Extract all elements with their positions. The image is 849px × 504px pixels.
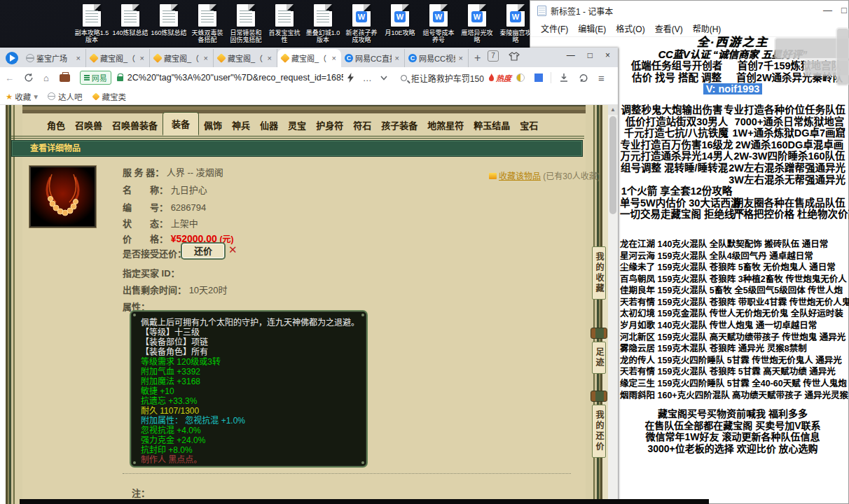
category-tab-item[interactable]: 地煞星符 <box>422 115 469 134</box>
menu-icon[interactable]: ≡ <box>598 72 605 84</box>
bookmark-favorites[interactable]: ★ 收藏 ▾ <box>0 91 38 102</box>
desktop-icon[interactable]: W雁塔异光攻 略 <box>458 3 496 43</box>
notepad-menu-item[interactable]: 格式(O) <box>611 22 649 34</box>
points-icon[interactable] <box>516 74 525 82</box>
chevron-down-icon[interactable] <box>380 76 387 80</box>
desktop-icon[interactable]: 天蛛双毒装 备搭配 <box>188 3 226 43</box>
desktop-icon[interactable]: W秦陵幽宫攻 略 <box>497 3 534 43</box>
desktop-icon[interactable]: 日常锤装和 固伤鬼搭配 <box>227 3 265 43</box>
notepad-maximize-button[interactable]: □ <box>841 5 847 15</box>
extension-badge[interactable]: 7 <box>488 50 532 62</box>
url-text[interactable]: 2C%20"tag"%3A%20"user"%7D&reco_request_i… <box>127 73 343 83</box>
refresh-icon[interactable] <box>24 73 34 83</box>
desktop-icon[interactable]: 首发宝宝抗 性 <box>265 3 303 43</box>
briefcase-icon[interactable] <box>60 74 70 82</box>
theme-shirt-icon[interactable] <box>509 52 520 61</box>
category-tab-item[interactable]: 护身符 <box>311 115 348 134</box>
tab-close-icon[interactable]: × <box>75 54 82 62</box>
notepad-menu-item[interactable]: 文件(F) <box>536 22 573 34</box>
notepad-text[interactable]: 全·西游之主CC蓝V认证 “诚信商家 五星好评”低端任务组号开创者首创7千159… <box>620 37 845 455</box>
toolbar-divider <box>551 72 551 83</box>
notepad-minimize-button[interactable]: — <box>823 5 832 15</box>
desktop-icon[interactable]: W新老孩子养 成攻略 <box>343 3 380 43</box>
tab-close-icon[interactable]: × <box>457 54 464 62</box>
desktop-icon[interactable]: 副本攻略1.5 版本 <box>73 3 111 43</box>
notepad-menu-item[interactable]: 帮助(H) <box>688 22 726 34</box>
desktop-icon[interactable]: 160炼狱总结 <box>150 3 188 43</box>
sidebar-tab-my-offers[interactable]: 我的还价 <box>592 405 606 458</box>
tab-close-icon[interactable]: × <box>202 54 209 62</box>
category-tab-item[interactable]: 孩子装备 <box>376 115 422 134</box>
desktop-icon[interactable]: 墨叠幻城1.0 版本 <box>304 3 342 43</box>
sidebar-tab-footprints[interactable]: 足迹 <box>592 342 606 374</box>
tab-close-icon[interactable]: × <box>394 54 401 62</box>
file-icon <box>197 3 218 28</box>
hot-search-text[interactable]: 拒让路救护车罚150 <box>411 72 484 84</box>
tabs-divider <box>10 136 584 139</box>
tooltip-line: 【装备部位】项链 <box>141 337 366 347</box>
bookmark-item[interactable]: 达人吧 <box>45 91 83 102</box>
home-icon[interactable]: ⌂ <box>43 73 49 83</box>
bookmark-item[interactable]: 藏宝类 <box>90 91 127 102</box>
tab-close-icon[interactable]: × <box>331 54 338 62</box>
category-tab-item[interactable]: 角色 <box>42 115 70 134</box>
scroll-up-icon[interactable]: ▲ <box>608 105 618 115</box>
category-tab-item[interactable]: 宝石 <box>515 115 543 134</box>
file-icon <box>158 3 179 28</box>
desktop-icon[interactable]: W组号零成本 养号 <box>420 3 457 43</box>
category-tab-item[interactable]: 神兵 <box>227 115 255 134</box>
category-tab-active[interactable]: 装备 <box>163 112 199 136</box>
notepad-menu-item[interactable]: 查看(V) <box>650 22 688 34</box>
globe-favicon-icon <box>26 54 34 62</box>
more-icon[interactable]: … <box>363 73 372 83</box>
category-tab-item[interactable]: 佩饰 <box>199 115 227 134</box>
item-image <box>29 166 96 227</box>
wps-w-icon: W <box>356 11 367 22</box>
apps-grid-icon[interactable] <box>534 74 543 82</box>
desktop-icon[interactable]: W月10E攻略 <box>381 3 419 43</box>
site-badge[interactable]: 网易 <box>80 71 111 85</box>
category-tab-item[interactable]: 召唤兽装备 <box>107 115 163 134</box>
category-tabs: 角色召唤兽召唤兽装备装备佩饰神兵仙器灵宝护身符符石孩子装备地煞星符粹玉结晶宝石 <box>42 115 543 134</box>
scrollbar-thumb[interactable] <box>609 116 616 214</box>
notepad-highlighted-line: V: noif1993 <box>620 83 845 95</box>
desktop-icon-label: 日常锤装和 固伤鬼搭配 <box>227 29 265 43</box>
browser-close-button[interactable]: × <box>599 50 616 60</box>
browser-minimize-button[interactable]: — <box>560 50 581 60</box>
lightning-icon[interactable] <box>347 73 354 83</box>
collect-item-link[interactable]: 收藏该物品 <box>499 172 541 181</box>
browser-tab[interactable]: 藏宝阁_（× <box>150 49 214 67</box>
desktop-icon-label: 雁塔异光攻 略 <box>458 29 496 43</box>
browser-tab[interactable]: 藏宝阁_（× <box>214 49 277 67</box>
notepad-menu-item[interactable]: 编辑(E) <box>573 22 611 34</box>
page-scrollbar[interactable]: ▲ <box>608 105 618 504</box>
download-icon[interactable] <box>559 73 569 83</box>
desktop-icon[interactable]: 140炼狱总结 <box>111 3 149 43</box>
tab-close-icon[interactable]: × <box>139 54 146 62</box>
flame-icon <box>488 74 495 82</box>
browser-maximize-button[interactable]: □ <box>581 50 599 60</box>
hot-search-badge[interactable]: 热度 <box>488 72 511 83</box>
browser-tab[interactable]: C网易CC直播× <box>341 49 405 67</box>
category-tab-item[interactable]: 符石 <box>348 115 376 134</box>
category-tab-item[interactable]: 粹玉结晶 <box>469 115 515 134</box>
notepad-line: 尘缘未了 159克火混队 苍狼阵 5畜牧 无价炮鬼人 通日常 <box>620 262 845 274</box>
bargain-button[interactable]: 还价 <box>181 242 226 260</box>
browser-tab[interactable]: 藏宝阁_（× <box>277 49 341 67</box>
browser-tab[interactable]: C网易CC视频× <box>405 49 469 67</box>
bargain-x-icon[interactable]: ✕ <box>228 244 237 256</box>
browser-tab[interactable]: 藏宝阁_（× <box>86 49 150 67</box>
tab-close-icon[interactable]: × <box>266 54 273 62</box>
undo-history-icon[interactable] <box>579 74 588 83</box>
new-tab-button[interactable]: + <box>469 52 486 67</box>
browser-home-icon[interactable] <box>6 52 18 64</box>
notepad-two-column-line: 专业打造百万伤害16级龙2W通杀160DG卓混卓画 <box>620 139 845 151</box>
sidebar-tab-my-favorites[interactable]: 我的收藏 <box>592 246 606 300</box>
browser-tab[interactable]: 鉴宝广场× <box>22 49 86 67</box>
category-tab-item[interactable]: 仙器 <box>255 115 283 134</box>
search-icon[interactable] <box>401 75 407 81</box>
category-tab-item[interactable]: 召唤兽 <box>70 115 107 134</box>
back-icon[interactable]: ← <box>5 73 14 83</box>
category-tab-item[interactable]: 灵宝 <box>283 115 311 134</box>
mosaic-censor-block <box>837 29 848 85</box>
